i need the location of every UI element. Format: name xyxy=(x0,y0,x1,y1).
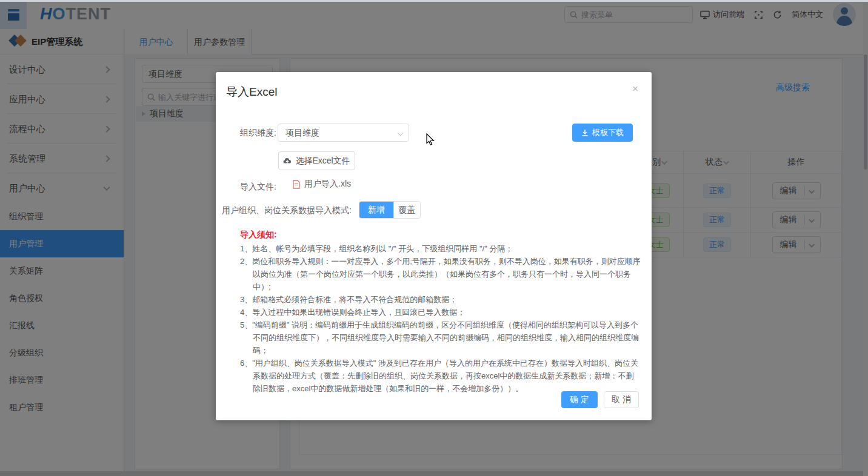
import-mode-toggle: 新增 覆盖 xyxy=(359,201,421,219)
notice-item: 6、"用户组织、岗位关系数据导入模式" 涉及到已存在用户（导入的用户在系统中已存… xyxy=(240,357,641,395)
chevron-down-icon xyxy=(398,130,404,136)
imported-file-item[interactable]: 用户导入.xls xyxy=(293,179,351,190)
mode-label: 用户组织、岗位关系数据导入模式: xyxy=(222,205,352,216)
file-icon xyxy=(293,180,300,189)
notice-item: 3、邮箱格式必须符合标准，将不导入不符合规范的邮箱数据； xyxy=(240,293,641,306)
org-dimension-label: 组织维度: xyxy=(240,128,276,139)
cancel-button[interactable]: 取 消 xyxy=(604,391,639,408)
notice-list: 1、姓名、帐号为必填字段，组织名称列以 "/" 开头，下级组织同样用 "/" 分… xyxy=(240,242,641,395)
mode-add-button[interactable]: 新增 xyxy=(359,202,393,218)
mouse-cursor xyxy=(426,133,435,148)
notice-item: 5、"编码前缀" 说明：编码前缀用于生成组织编码的前缀，区分不同组织维度（使得相… xyxy=(240,319,641,357)
confirm-button[interactable]: 确 定 xyxy=(561,391,598,408)
import-excel-dialog: 导入Excel × 组织维度: 项目维度 模板下载 选择Excel文件 导入文件… xyxy=(216,72,652,420)
import-file-label: 导入文件: xyxy=(240,182,276,193)
notice-item: 4、导入过程中如果出现错误则会终止导入，且回滚已导入数据； xyxy=(240,306,641,319)
notice-item: 1、姓名、帐号为必填字段，组织名称列以 "/" 开头，下级组织同样用 "/" 分… xyxy=(240,242,641,255)
close-icon[interactable]: × xyxy=(632,84,638,94)
upload-icon xyxy=(283,157,292,165)
file-name: 用户导入.xls xyxy=(304,179,351,190)
window-top-edge xyxy=(0,0,868,2)
choose-excel-button[interactable]: 选择Excel文件 xyxy=(278,151,355,170)
download-icon xyxy=(581,129,589,136)
notice-item: 2、岗位和职务导入规则：一一对应导入，多个用;号隔开，如果没有职务，则不导入岗位… xyxy=(240,255,641,293)
dialog-title: 导入Excel xyxy=(226,84,277,100)
app-root: HOTENT 访问前端 简体中文 xyxy=(0,0,868,476)
mode-overwrite-button[interactable]: 覆盖 xyxy=(393,202,420,218)
org-dimension-select[interactable]: 项目维度 xyxy=(278,124,409,142)
template-download-button[interactable]: 模板下载 xyxy=(572,124,633,142)
notice-title: 导入须知: xyxy=(240,230,277,240)
